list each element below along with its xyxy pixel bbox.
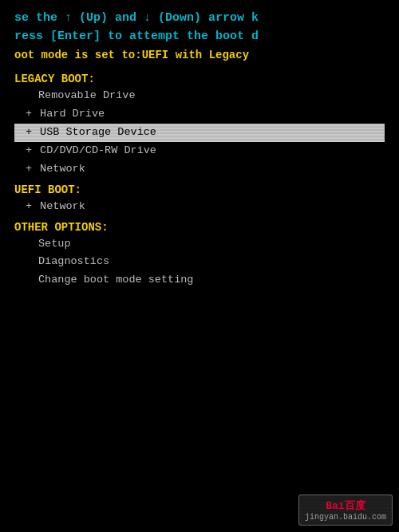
section-header-legacy: LEGACY BOOT: — [14, 73, 385, 85]
item-label-setup: Setup — [38, 236, 71, 253]
menu-item-setup[interactable]: Setup — [14, 235, 385, 254]
plus-icon-cd: + — [26, 143, 32, 160]
baidu-logo: Bai百度 — [326, 500, 365, 512]
bios-screen: se the ↑ (Up) and ↓ (Down) arrow k ress … — [0, 0, 399, 532]
item-label-removable: Removable Drive — [38, 88, 136, 104]
instruction-line-1: se the ↑ (Up) and ↓ (Down) arrow k — [14, 10, 385, 28]
menu-item-removable-drive[interactable]: Removable Drive — [14, 87, 385, 105]
baidu-url: jingyan.baidu.com — [305, 513, 386, 522]
item-label-usb: USB Storage Device — [40, 124, 156, 141]
instruction-line-2: ress [Enter] to attempt the boot d — [14, 28, 385, 46]
watermark: Bai百度 jingyan.baidu.com — [298, 495, 393, 526]
menu-item-hard-drive[interactable]: + Hard Drive — [14, 105, 385, 124]
menu-item-diagnostics[interactable]: Diagnostics — [14, 253, 385, 271]
plus-icon-network-legacy: + — [26, 161, 32, 178]
menu-item-cd-dvd[interactable]: + CD/DVD/CD-RW Drive — [14, 142, 385, 160]
item-label-cd: CD/DVD/CD-RW Drive — [40, 143, 156, 160]
top-instructions: se the ↑ (Up) and ↓ (Down) arrow k ress … — [14, 6, 385, 45]
item-label-network-uefi: Network — [40, 199, 85, 215]
menu-item-change-boot[interactable]: Change boot mode setting — [14, 271, 385, 290]
menu-item-network-uefi[interactable]: + Network — [14, 198, 385, 216]
item-label-hard-drive: Hard Drive — [40, 106, 105, 123]
boot-mode-status: oot mode is set to:UEFI with Legacy — [14, 49, 385, 61]
plus-icon-network-uefi: + — [26, 199, 32, 215]
item-label-diagnostics: Diagnostics — [38, 254, 109, 270]
section-header-other: OTHER OPTIONS: — [14, 221, 385, 234]
menu-item-usb-storage[interactable]: + USB Storage Device — [14, 124, 385, 142]
section-header-uefi: UEFI BOOT: — [14, 183, 385, 196]
menu-item-network-legacy[interactable]: + Network — [14, 160, 385, 179]
item-label-change-boot: Change boot mode setting — [38, 272, 193, 289]
plus-icon-usb: + — [26, 124, 32, 141]
item-label-network-legacy: Network — [40, 161, 85, 178]
plus-icon-hard-drive: + — [26, 106, 32, 123]
bios-container: se the ↑ (Up) and ↓ (Down) arrow k ress … — [0, 0, 399, 532]
